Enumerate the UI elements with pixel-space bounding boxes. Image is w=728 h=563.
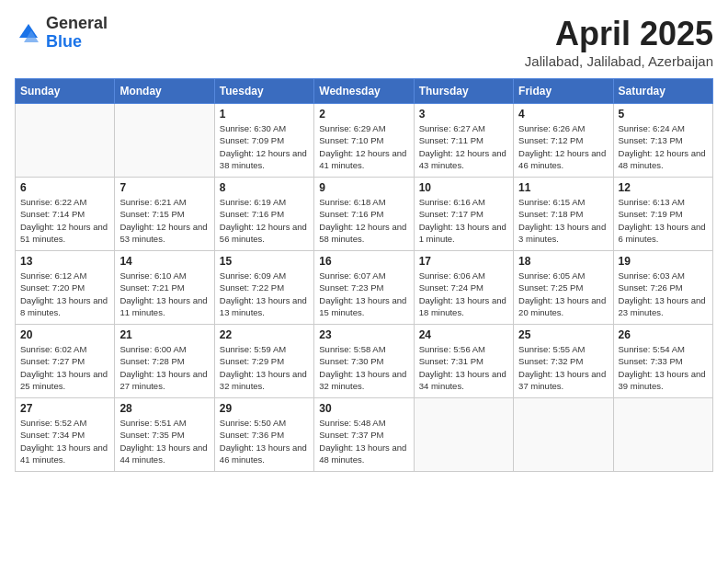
- day-info: Sunrise: 6:00 AMSunset: 7:28 PMDaylight:…: [119, 343, 209, 392]
- weekday-header: Monday: [115, 79, 214, 104]
- day-info: Sunrise: 6:18 AMSunset: 7:16 PMDaylight:…: [319, 196, 408, 245]
- calendar-cell: [16, 104, 115, 178]
- day-number: 10: [419, 181, 508, 194]
- weekday-header: Friday: [514, 79, 613, 104]
- calendar-cell: [414, 398, 513, 472]
- month-title: April 2025: [525, 15, 713, 53]
- day-number: 27: [20, 402, 109, 415]
- day-info: Sunrise: 6:12 AMSunset: 7:20 PMDaylight:…: [20, 270, 109, 318]
- calendar-cell: 16Sunrise: 6:07 AMSunset: 7:23 PMDayligh…: [314, 251, 414, 325]
- weekday-header: Tuesday: [214, 79, 313, 104]
- calendar-cell: 8Sunrise: 6:19 AMSunset: 7:16 PMDaylight…: [214, 178, 313, 251]
- day-number: 6: [20, 181, 109, 194]
- weekday-header: Thursday: [414, 79, 513, 104]
- calendar-cell: [514, 398, 613, 472]
- day-info: Sunrise: 5:59 AMSunset: 7:29 PMDaylight:…: [220, 343, 309, 392]
- calendar-cell: 7Sunrise: 6:21 AMSunset: 7:15 PMDaylight…: [115, 178, 214, 251]
- header: General Blue April 2025 Jalilabad, Jalil…: [15, 15, 713, 69]
- day-number: 18: [518, 255, 608, 268]
- day-info: Sunrise: 6:30 AMSunset: 7:09 PMDaylight:…: [220, 122, 309, 171]
- calendar-cell: 1Sunrise: 6:30 AMSunset: 7:09 PMDaylight…: [214, 104, 313, 178]
- weekday-header: Wednesday: [314, 79, 414, 104]
- day-info: Sunrise: 6:05 AMSunset: 7:25 PMDaylight:…: [518, 270, 608, 318]
- day-info: Sunrise: 6:13 AMSunset: 7:19 PMDaylight:…: [619, 196, 708, 245]
- day-number: 20: [20, 328, 109, 341]
- day-info: Sunrise: 5:58 AMSunset: 7:30 PMDaylight:…: [319, 343, 408, 392]
- calendar-cell: 3Sunrise: 6:27 AMSunset: 7:11 PMDaylight…: [414, 104, 513, 178]
- calendar-cell: 10Sunrise: 6:16 AMSunset: 7:17 PMDayligh…: [414, 178, 513, 251]
- calendar-cell: 18Sunrise: 6:05 AMSunset: 7:25 PMDayligh…: [514, 251, 613, 325]
- day-info: Sunrise: 6:21 AMSunset: 7:15 PMDaylight:…: [119, 196, 209, 245]
- weekday-header-row: SundayMondayTuesdayWednesdayThursdayFrid…: [16, 79, 713, 104]
- day-number: 9: [319, 181, 408, 194]
- week-row: 6Sunrise: 6:22 AMSunset: 7:14 PMDaylight…: [16, 178, 713, 251]
- calendar-cell: 29Sunrise: 5:50 AMSunset: 7:36 PMDayligh…: [214, 398, 313, 472]
- calendar-cell: 24Sunrise: 5:56 AMSunset: 7:31 PMDayligh…: [414, 325, 513, 398]
- calendar-cell: 4Sunrise: 6:26 AMSunset: 7:12 PMDaylight…: [514, 104, 613, 178]
- calendar-cell: 11Sunrise: 6:15 AMSunset: 7:18 PMDayligh…: [514, 178, 613, 251]
- day-number: 21: [119, 328, 209, 341]
- logo-blue-text: Blue: [46, 33, 108, 52]
- day-info: Sunrise: 5:52 AMSunset: 7:34 PMDaylight:…: [20, 417, 109, 465]
- day-number: 2: [319, 108, 408, 121]
- day-number: 24: [419, 328, 508, 341]
- calendar-cell: [115, 104, 214, 178]
- day-info: Sunrise: 6:22 AMSunset: 7:14 PMDaylight:…: [20, 196, 109, 245]
- calendar-cell: 5Sunrise: 6:24 AMSunset: 7:13 PMDaylight…: [613, 104, 712, 178]
- day-info: Sunrise: 6:02 AMSunset: 7:27 PMDaylight:…: [20, 343, 109, 392]
- day-info: Sunrise: 6:06 AMSunset: 7:24 PMDaylight:…: [419, 270, 508, 318]
- day-number: 12: [619, 181, 708, 194]
- day-info: Sunrise: 5:54 AMSunset: 7:33 PMDaylight:…: [619, 343, 708, 392]
- calendar-cell: 30Sunrise: 5:48 AMSunset: 7:37 PMDayligh…: [314, 398, 414, 472]
- day-info: Sunrise: 6:07 AMSunset: 7:23 PMDaylight:…: [319, 270, 408, 318]
- day-info: Sunrise: 5:56 AMSunset: 7:31 PMDaylight:…: [419, 343, 508, 392]
- day-number: 15: [220, 255, 309, 268]
- day-info: Sunrise: 6:19 AMSunset: 7:16 PMDaylight:…: [220, 196, 309, 245]
- calendar-cell: 13Sunrise: 6:12 AMSunset: 7:20 PMDayligh…: [16, 251, 115, 325]
- day-number: 19: [619, 255, 708, 268]
- calendar-cell: [613, 398, 712, 472]
- calendar-cell: 2Sunrise: 6:29 AMSunset: 7:10 PMDaylight…: [314, 104, 414, 178]
- calendar-cell: 28Sunrise: 5:51 AMSunset: 7:35 PMDayligh…: [115, 398, 214, 472]
- day-info: Sunrise: 6:15 AMSunset: 7:18 PMDaylight:…: [518, 196, 608, 245]
- day-number: 7: [119, 181, 209, 194]
- day-info: Sunrise: 5:50 AMSunset: 7:36 PMDaylight:…: [220, 417, 309, 465]
- day-number: 22: [220, 328, 309, 341]
- calendar: SundayMondayTuesdayWednesdayThursdayFrid…: [15, 78, 713, 472]
- title-area: April 2025 Jalilabad, Jalilabad, Azerbai…: [525, 15, 713, 69]
- day-number: 14: [119, 255, 209, 268]
- logo: General Blue: [15, 15, 108, 52]
- weekday-header: Sunday: [16, 79, 115, 104]
- day-number: 16: [319, 255, 408, 268]
- day-info: Sunrise: 6:16 AMSunset: 7:17 PMDaylight:…: [419, 196, 508, 245]
- day-info: Sunrise: 6:26 AMSunset: 7:12 PMDaylight:…: [518, 122, 608, 171]
- calendar-cell: 20Sunrise: 6:02 AMSunset: 7:27 PMDayligh…: [16, 325, 115, 398]
- day-number: 4: [518, 108, 608, 121]
- week-row: 20Sunrise: 6:02 AMSunset: 7:27 PMDayligh…: [16, 325, 713, 398]
- calendar-cell: 26Sunrise: 5:54 AMSunset: 7:33 PMDayligh…: [613, 325, 712, 398]
- weekday-header: Saturday: [613, 79, 712, 104]
- day-info: Sunrise: 6:09 AMSunset: 7:22 PMDaylight:…: [220, 270, 309, 318]
- week-row: 27Sunrise: 5:52 AMSunset: 7:34 PMDayligh…: [16, 398, 713, 472]
- day-number: 17: [419, 255, 508, 268]
- calendar-cell: 17Sunrise: 6:06 AMSunset: 7:24 PMDayligh…: [414, 251, 513, 325]
- calendar-cell: 21Sunrise: 6:00 AMSunset: 7:28 PMDayligh…: [115, 325, 214, 398]
- day-info: Sunrise: 6:24 AMSunset: 7:13 PMDaylight:…: [619, 122, 708, 171]
- day-number: 30: [319, 402, 408, 415]
- calendar-cell: 15Sunrise: 6:09 AMSunset: 7:22 PMDayligh…: [214, 251, 313, 325]
- day-number: 26: [619, 328, 708, 341]
- calendar-cell: 19Sunrise: 6:03 AMSunset: 7:26 PMDayligh…: [613, 251, 712, 325]
- week-row: 1Sunrise: 6:30 AMSunset: 7:09 PMDaylight…: [16, 104, 713, 178]
- day-info: Sunrise: 6:27 AMSunset: 7:11 PMDaylight:…: [419, 122, 508, 171]
- day-number: 3: [419, 108, 508, 121]
- day-info: Sunrise: 5:51 AMSunset: 7:35 PMDaylight:…: [119, 417, 209, 465]
- day-number: 28: [119, 402, 209, 415]
- day-number: 5: [619, 108, 708, 121]
- week-row: 13Sunrise: 6:12 AMSunset: 7:20 PMDayligh…: [16, 251, 713, 325]
- calendar-cell: 9Sunrise: 6:18 AMSunset: 7:16 PMDaylight…: [314, 178, 414, 251]
- day-number: 11: [518, 181, 608, 194]
- day-number: 29: [220, 402, 309, 415]
- calendar-cell: 22Sunrise: 5:59 AMSunset: 7:29 PMDayligh…: [214, 325, 313, 398]
- logo-text: General Blue: [46, 15, 108, 52]
- day-info: Sunrise: 6:03 AMSunset: 7:26 PMDaylight:…: [619, 270, 708, 318]
